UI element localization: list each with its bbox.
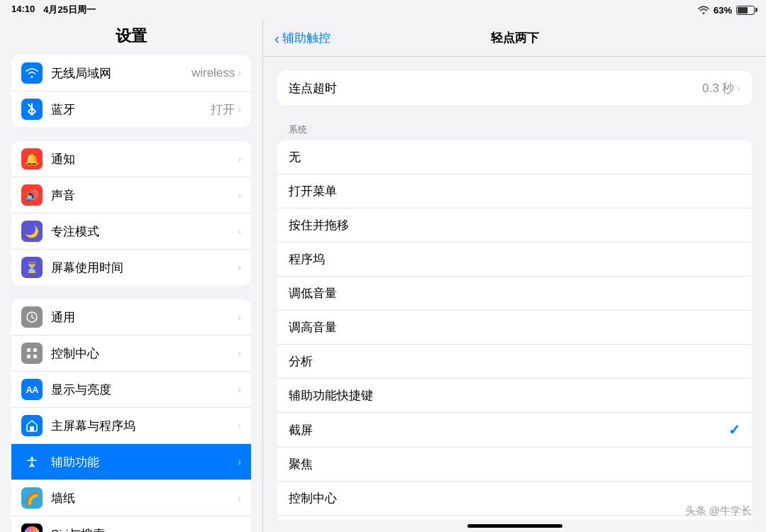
row-label-10: 控制中心 — [289, 490, 740, 506]
svg-rect-3 — [27, 355, 30, 358]
timeout-row[interactable]: 连点超时 0.3 秒 › — [277, 71, 752, 105]
row-label-7: 辅助功能快捷键 — [289, 387, 740, 404]
sidebar-item-home[interactable]: 主屏幕与程序坞 › — [11, 408, 251, 444]
system-row-9[interactable]: 聚焦 — [277, 448, 752, 482]
sound-label: 声音 — [51, 187, 238, 204]
battery-icon — [736, 6, 755, 15]
general-label: 通用 — [51, 309, 238, 326]
svg-rect-4 — [33, 355, 37, 358]
status-right: 63% — [698, 5, 755, 16]
system-row-1[interactable]: 打开菜单 — [277, 174, 752, 209]
sidebar-item-display[interactable]: AA 显示与亮度 › — [11, 372, 251, 408]
right-panel: ‹ 辅助触控 轻点两下 连点超时 0.3 秒 › 系统 无 — [263, 20, 766, 532]
status-date: 4月25日周一 — [43, 4, 96, 16]
bluetooth-icon — [21, 99, 43, 120]
notification-icon: 🔔 — [21, 148, 43, 170]
checkmark-icon: ✓ — [728, 421, 740, 438]
right-content: 连点超时 0.3 秒 › 系统 无 打开菜单 按住 — [263, 57, 766, 520]
sound-icon: 🔊 — [21, 184, 43, 206]
home-icon — [21, 415, 43, 436]
svg-point-6 — [30, 457, 33, 460]
svg-rect-2 — [33, 348, 37, 352]
system-row-7[interactable]: 辅助功能快捷键 — [277, 379, 752, 413]
control-icon — [21, 343, 43, 364]
timeout-group: 连点超时 0.3 秒 › — [277, 71, 752, 105]
system-group: 无 打开菜单 按住并拖移 程序坞 调低音量 — [277, 140, 752, 520]
system-row-0[interactable]: 无 — [277, 140, 752, 174]
row-label-3: 程序坞 — [289, 251, 740, 267]
status-time: 14:10 — [11, 4, 35, 16]
general-icon — [21, 306, 43, 328]
right-panel-title: 轻点两下 — [491, 30, 539, 46]
row-label-4: 调低音量 — [289, 285, 740, 301]
system-row-2[interactable]: 按住并拖移 — [277, 209, 752, 243]
screentime-label: 屏幕使用时间 — [51, 260, 238, 276]
sidebar-item-focus[interactable]: 🌙 专注模式 › — [11, 214, 251, 250]
bluetooth-chevron: › — [238, 104, 241, 115]
timeout-chevron: › — [737, 82, 740, 94]
wifi-label: 无线局域网 — [51, 65, 192, 82]
sidebar-item-screentime[interactable]: ⏳ 屏幕使用时间 › — [11, 250, 251, 285]
timeout-label: 连点超时 — [289, 80, 702, 96]
focus-label: 专注模式 — [51, 223, 238, 240]
focus-icon: 🌙 — [21, 221, 43, 242]
row-label-8: 截屏 — [289, 422, 728, 438]
sidebar-item-wallpaper[interactable]: 🌈 墙纸 › — [11, 480, 251, 516]
siri-label: Siri与搜索 — [51, 526, 238, 533]
sidebar-item-accessibility[interactable]: 辅助功能 › — [11, 444, 251, 480]
system-row-3[interactable]: 程序坞 — [277, 243, 752, 277]
row-label-2: 按住并拖移 — [289, 217, 740, 233]
bluetooth-value: 打开 — [211, 101, 235, 118]
accessibility-icon — [21, 451, 43, 472]
system-row-11[interactable]: 捏合和旋转 — [277, 516, 752, 520]
timeout-value: 0.3 秒 — [702, 80, 734, 96]
sidebar-group-general: 通用 › 控制中心 › AA 显示与亮度 › — [11, 299, 251, 532]
row-label-0: 无 — [289, 149, 740, 165]
sidebar-item-control[interactable]: 控制中心 › — [11, 336, 251, 372]
notification-label: 通知 — [51, 151, 238, 167]
status-left: 14:10 4月25日周一 — [11, 4, 96, 16]
system-group-label-wrapper: 系统 — [277, 119, 752, 140]
system-row-10[interactable]: 控制中心 — [277, 482, 752, 516]
home-label: 主屏幕与程序坞 — [51, 418, 238, 434]
accessibility-label: 辅助功能 — [51, 454, 238, 470]
sidebar: 设置 无线局域网 wireless › — [0, 20, 262, 532]
control-label: 控制中心 — [51, 345, 238, 362]
siri-icon — [21, 523, 43, 532]
row-label-1: 打开菜单 — [289, 183, 740, 199]
sidebar-item-sound[interactable]: 🔊 声音 › — [11, 177, 251, 214]
display-label: 显示与亮度 — [51, 382, 238, 398]
watermark: 头条 @牛学长 — [685, 504, 752, 518]
bluetooth-label: 蓝牙 — [51, 101, 211, 118]
system-row-6[interactable]: 分析 — [277, 345, 752, 379]
battery-percent: 63% — [714, 5, 732, 16]
sidebar-group-system: 🔔 通知 › 🔊 声音 › 🌙 专注模式 › ⏳ 屏幕使用时间 › — [11, 141, 251, 285]
row-label-9: 聚焦 — [289, 456, 740, 472]
sidebar-title: 设置 — [0, 20, 262, 55]
sidebar-item-wifi[interactable]: 无线局域网 wireless › — [11, 55, 251, 92]
system-row-5[interactable]: 调高音量 — [277, 311, 752, 345]
sidebar-group-network: 无线局域网 wireless › 蓝牙 打开 › — [11, 55, 251, 127]
system-row-8[interactable]: 截屏 ✓ — [277, 413, 752, 448]
wallpaper-label: 墙纸 — [51, 490, 238, 506]
svg-rect-1 — [27, 348, 30, 352]
wifi-icon — [21, 62, 43, 84]
home-indicator — [467, 524, 562, 528]
wifi-value: wireless — [192, 66, 235, 80]
sidebar-item-general[interactable]: 通用 › — [11, 299, 251, 336]
display-icon: AA — [21, 379, 43, 400]
system-row-4[interactable]: 调低音量 — [277, 277, 752, 311]
sidebar-item-bluetooth[interactable]: 蓝牙 打开 › — [11, 92, 251, 127]
row-label-6: 分析 — [289, 353, 740, 370]
sidebar-item-siri[interactable]: Siri与搜索 › — [11, 516, 251, 532]
wifi-chevron: › — [238, 67, 241, 79]
back-chevron-icon: ‹ — [274, 31, 279, 45]
row-label-5: 调高音量 — [289, 319, 740, 336]
wallpaper-icon: 🌈 — [21, 487, 43, 509]
svg-rect-5 — [30, 426, 34, 431]
back-button[interactable]: ‹ 辅助触控 — [274, 30, 331, 46]
sidebar-item-notification[interactable]: 🔔 通知 › — [11, 141, 251, 177]
back-label: 辅助触控 — [282, 30, 331, 46]
status-bar: 14:10 4月25日周一 63% — [0, 0, 766, 20]
wifi-icon — [698, 6, 709, 14]
